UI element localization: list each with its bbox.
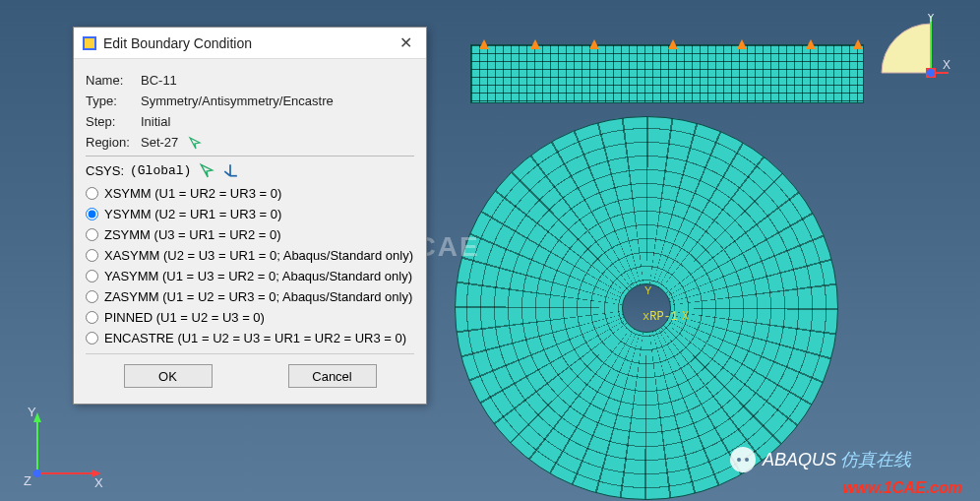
svg-text:Y: Y bbox=[927, 14, 935, 25]
bc-marker-icon bbox=[737, 39, 747, 49]
step-label: Step: bbox=[86, 114, 141, 129]
bc-marker-icon bbox=[853, 39, 863, 49]
bc-option-encastre[interactable]: ENCASTRE (U1 = U2 = U3 = UR1 = UR2 = UR3… bbox=[86, 331, 414, 345]
bc-marker-icon bbox=[668, 39, 678, 49]
name-value: BC-11 bbox=[141, 73, 177, 88]
reference-point-label: xRP-1X bbox=[643, 310, 689, 324]
bc-marker-icon bbox=[806, 39, 816, 49]
bc-option-pinned[interactable]: PINNED (U1 = U2 = U3 = 0) bbox=[86, 310, 414, 325]
region-value: Set-27 bbox=[141, 135, 178, 150]
bc-option-ysymm[interactable]: YSYMM (U2 = UR1 = UR3 = 0) bbox=[86, 207, 414, 221]
watermark-url: www.1CAE.com bbox=[843, 479, 962, 497]
svg-point-21 bbox=[730, 447, 756, 472]
ok-button[interactable]: OK bbox=[124, 364, 213, 388]
svg-marker-3 bbox=[668, 39, 678, 49]
dialog-titlebar[interactable]: Edit Boundary Condition ✕ bbox=[74, 28, 426, 59]
svg-marker-2 bbox=[589, 39, 599, 49]
bc-option-zasymm[interactable]: ZASYMM (U1 = U2 = UR3 = 0; Abaqus/Standa… bbox=[86, 289, 414, 304]
dialog-title: Edit Boundary Condition bbox=[103, 35, 394, 51]
bc-option-zsymm[interactable]: ZSYMM (U3 = UR1 = UR2 = 0) bbox=[86, 227, 414, 242]
name-label: Name: bbox=[86, 73, 141, 88]
rp-axis-y-label: Y bbox=[644, 284, 651, 296]
type-label: Type: bbox=[86, 94, 141, 108]
bc-option-yasymm[interactable]: YASYMM (U1 = U3 = UR2 = 0; Abaqus/Standa… bbox=[86, 269, 414, 283]
datum-csys-icon[interactable] bbox=[222, 162, 238, 178]
type-value: Symmetry/Antisymmetry/Encastre bbox=[141, 94, 334, 108]
edit-bc-dialog: Edit Boundary Condition ✕ Name: BC-11 Ty… bbox=[73, 27, 427, 405]
svg-rect-25 bbox=[85, 38, 94, 48]
csys-label: CSYS: bbox=[86, 163, 124, 178]
view-triad-top-right[interactable]: Y X bbox=[872, 14, 950, 91]
cursor-select-icon[interactable] bbox=[199, 162, 214, 178]
svg-marker-0 bbox=[479, 39, 489, 49]
svg-text:X: X bbox=[94, 475, 103, 490]
region-label: Region: bbox=[86, 135, 141, 150]
svg-line-28 bbox=[225, 171, 231, 176]
svg-point-22 bbox=[737, 458, 741, 462]
bc-marker-icon bbox=[479, 39, 489, 49]
svg-point-23 bbox=[745, 458, 749, 462]
svg-point-19 bbox=[33, 470, 41, 477]
cancel-button[interactable]: Cancel bbox=[288, 364, 377, 388]
cursor-select-icon[interactable] bbox=[188, 136, 202, 150]
bc-options-group: XSYMM (U1 = UR2 = UR3 = 0) YSYMM (U2 = U… bbox=[86, 186, 414, 345]
rect-mesh-part bbox=[470, 44, 864, 103]
step-value: Initial bbox=[141, 114, 170, 129]
svg-text:X: X bbox=[943, 58, 950, 72]
svg-text:Y: Y bbox=[28, 405, 36, 419]
csys-value: (Global) bbox=[130, 163, 191, 178]
app-icon bbox=[82, 35, 97, 51]
svg-marker-5 bbox=[806, 39, 816, 49]
brand-label: ABAQUS 仿真在线 bbox=[729, 446, 911, 473]
close-icon[interactable]: ✕ bbox=[394, 33, 418, 52]
bc-option-xasymm[interactable]: XASYMM (U2 = U3 = UR1 = 0; Abaqus/Standa… bbox=[86, 248, 414, 263]
bc-marker-icon bbox=[589, 39, 599, 49]
svg-marker-6 bbox=[853, 39, 863, 49]
disc-mesh-part: Y xRP-1X bbox=[455, 116, 838, 500]
svg-marker-1 bbox=[530, 39, 540, 49]
bc-option-xsymm[interactable]: XSYMM (U1 = UR2 = UR3 = 0) bbox=[86, 186, 414, 201]
svg-marker-4 bbox=[737, 39, 747, 49]
svg-point-12 bbox=[927, 69, 935, 77]
svg-text:Z: Z bbox=[24, 473, 31, 488]
chat-bubble-icon bbox=[729, 446, 757, 473]
axis-triad-bottom-left: Y X Z bbox=[18, 405, 106, 493]
bc-marker-icon bbox=[530, 39, 540, 49]
